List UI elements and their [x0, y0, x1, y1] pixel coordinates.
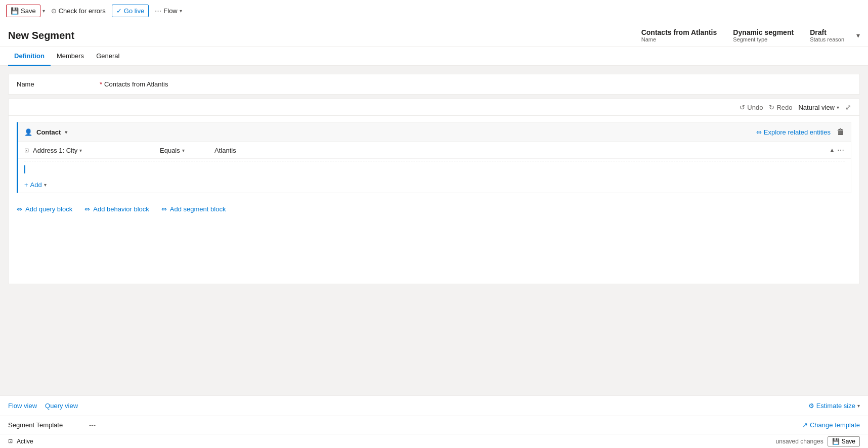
contact-title: 👤 Contact ▾ — [24, 128, 67, 136]
clock-icon: ⊙ — [51, 7, 57, 15]
add-behavior-label: Add behavior block — [93, 205, 149, 213]
meta-segment-type-value: Dynamic segment — [733, 28, 794, 36]
flow-button[interactable]: ⋯ Flow ▾ — [151, 5, 186, 17]
add-dropdown-icon: ▾ — [44, 182, 47, 188]
condition-value[interactable]: Atlantis — [214, 147, 825, 154]
page-header: New Segment Contacts from Atlantis Name … — [0, 22, 868, 47]
golive-icon: ✓ — [116, 7, 122, 15]
save-button[interactable]: 💾 Save — [6, 5, 40, 17]
meta-name-label: Name — [641, 36, 717, 42]
dashed-separator — [24, 161, 845, 161]
meta-segment-type: Dynamic segment Segment type — [733, 28, 794, 42]
save-label: Save — [21, 7, 36, 15]
operator-selector[interactable]: Equals ▾ — [160, 147, 210, 154]
meta-name-value: Contacts from Atlantis — [641, 28, 717, 36]
name-field-value[interactable]: Contacts from Atlantis — [104, 80, 168, 88]
name-field-label: Name — [17, 80, 98, 88]
header-meta: Contacts from Atlantis Name Dynamic segm… — [641, 28, 844, 42]
expand-button[interactable]: ⤢ — [845, 103, 851, 111]
operator-dropdown-icon: ▾ — [182, 148, 185, 153]
top-toolbar: 💾 Save ▾ ⊙ Check for errors ✓ Go live ⋯ … — [0, 0, 868, 22]
contact-title-label: Contact — [36, 128, 61, 136]
flow-label: Flow — [163, 7, 177, 15]
cursor-row — [18, 163, 851, 177]
field-type-icon: ⊡ — [24, 147, 29, 154]
tab-general[interactable]: General — [90, 47, 125, 66]
tab-bar: Definition Members General — [0, 47, 868, 66]
name-required-indicator: * — [100, 80, 102, 88]
add-condition-button[interactable]: + Add ▾ — [24, 181, 47, 189]
view-select-label: Natural view — [798, 104, 835, 111]
add-behavior-icon: ⇔ — [84, 205, 90, 213]
meta-name: Contacts from Atlantis Name — [641, 28, 717, 42]
flow-icon: ⋯ — [155, 7, 161, 15]
meta-status-label: Status reason — [810, 36, 844, 42]
explore-related-entities-button[interactable]: ⇔ Explore related entities — [756, 128, 831, 136]
header-expand-icon[interactable]: ▾ — [856, 31, 860, 39]
add-query-label: Add query block — [25, 205, 72, 213]
redo-button[interactable]: ↻ Redo — [769, 104, 792, 111]
view-select-chevron-icon: ▾ — [837, 105, 839, 110]
save-icon: 💾 — [11, 7, 19, 15]
related-entities-icon: ⇔ — [756, 128, 762, 136]
condition-more-button[interactable]: ⋯ — [837, 146, 845, 154]
save-dropdown-icon[interactable]: ▾ — [42, 8, 45, 14]
main-content: Name * Contacts from Atlantis ↺ Undo ↻ R… — [0, 66, 868, 393]
add-segment-block-button[interactable]: ⇔ Add segment block — [161, 205, 226, 213]
add-label: Add — [30, 181, 42, 189]
add-query-block-button[interactable]: ⇔ Add query block — [17, 205, 72, 213]
flow-chevron-icon: ▾ — [180, 8, 182, 14]
view-select[interactable]: Natural view ▾ — [798, 104, 839, 111]
add-segment-label: Add segment block — [170, 205, 226, 213]
field-selector[interactable]: ⊡ Address 1: City ▾ — [24, 147, 156, 154]
meta-segment-type-label: Segment type — [733, 36, 794, 42]
go-live-label: Go live — [124, 7, 144, 15]
builder-toolbar: ↺ Undo ↻ Redo Natural view ▾ ⤢ — [9, 99, 859, 116]
name-row: Name * Contacts from Atlantis — [8, 74, 860, 95]
operator-label: Equals — [160, 147, 180, 154]
cursor-indicator — [24, 165, 25, 173]
tab-definition[interactable]: Definition — [8, 47, 51, 66]
condition-row: ⊡ Address 1: City ▾ Equals ▾ Atlantis ▲ … — [18, 142, 851, 159]
explore-related-entities-label: Explore related entities — [764, 128, 831, 136]
delete-contact-block-button[interactable]: 🗑 — [837, 127, 845, 137]
add-row: + Add ▾ — [18, 177, 851, 193]
undo-icon: ↺ — [740, 104, 745, 111]
meta-status: Draft Status reason — [810, 28, 844, 42]
tab-members[interactable]: Members — [51, 47, 90, 66]
contact-block: 👤 Contact ▾ ⇔ Explore related entities 🗑 — [17, 122, 851, 193]
builder-area: 👤 Contact ▾ ⇔ Explore related entities 🗑 — [9, 122, 859, 284]
contact-block-header: 👤 Contact ▾ ⇔ Explore related entities 🗑 — [18, 122, 851, 142]
field-dropdown-icon: ▾ — [79, 148, 82, 153]
contact-dropdown-icon[interactable]: ▾ — [65, 129, 67, 135]
condition-actions: ▲ ⋯ — [829, 146, 845, 154]
undo-button[interactable]: ↺ Undo — [740, 104, 763, 111]
add-icon: + — [24, 181, 28, 189]
redo-icon: ↻ — [769, 104, 774, 111]
block-actions: ⇔ Add query block ⇔ Add behavior block ⇔… — [9, 199, 859, 219]
add-segment-icon: ⇔ — [161, 205, 167, 213]
meta-status-value: Draft — [810, 28, 844, 36]
check-errors-button[interactable]: ⊙ Check for errors — [47, 5, 110, 17]
page-title: New Segment — [8, 30, 641, 41]
contact-actions: ⇔ Explore related entities 🗑 — [756, 127, 845, 137]
contact-icon: 👤 — [24, 128, 32, 136]
go-live-button[interactable]: ✓ Go live — [112, 5, 149, 17]
add-behavior-block-button[interactable]: ⇔ Add behavior block — [84, 205, 149, 213]
field-label: Address 1: City — [33, 147, 77, 154]
collapse-condition-button[interactable]: ▲ — [829, 147, 835, 154]
segment-builder: ↺ Undo ↻ Redo Natural view ▾ ⤢ 👤 Contact — [8, 99, 860, 284]
check-errors-label: Check for errors — [59, 7, 106, 15]
add-query-icon: ⇔ — [17, 205, 22, 213]
undo-label: Undo — [747, 104, 763, 111]
redo-label: Redo — [776, 104, 792, 111]
